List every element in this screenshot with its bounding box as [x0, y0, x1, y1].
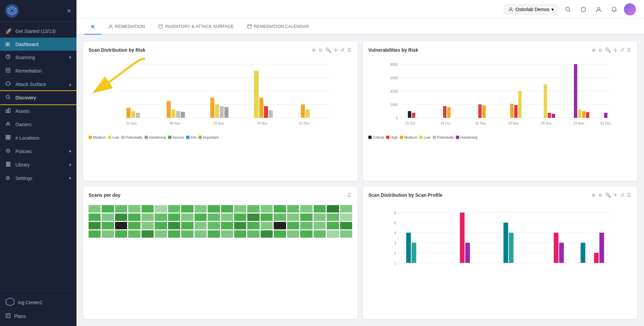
sidebar-item-policies[interactable]: Policies ▾ [0, 145, 76, 158]
zoom-in-icon-2[interactable]: ⊕ [591, 47, 596, 53]
bell-button[interactable] [608, 4, 620, 15]
heatmap-cell [340, 230, 352, 238]
sidebar-item-attack-surface[interactable]: Attack Surface ▴ [0, 78, 76, 91]
chart-scans-controls: ☰ [346, 192, 352, 198]
svg-rect-77 [478, 104, 482, 118]
policies-arrow-icon: ▾ [69, 149, 71, 154]
close-icon[interactable]: ✕ [67, 8, 71, 14]
svg-rect-109 [406, 233, 411, 263]
svg-rect-57 [306, 109, 310, 118]
zoom-in-icon-4[interactable]: ⊕ [591, 192, 596, 198]
heatmap-cell [340, 222, 352, 229]
svg-text:4000: 4000 [390, 90, 398, 93]
svg-rect-49 [215, 104, 219, 118]
svg-text:8000: 8000 [390, 63, 398, 66]
heatmap-cell [314, 205, 326, 213]
app-logo[interactable] [5, 4, 19, 17]
topbar-right: Ostorlab Demos ▾ [504, 3, 636, 15]
heatmap-cell [168, 222, 180, 229]
refresh-icon-2[interactable]: ↺ [620, 47, 625, 53]
svg-text:24 Nov: 24 Nov [257, 122, 268, 125]
sidebar-item-scanning[interactable]: Scanning ▾ [0, 51, 76, 64]
refresh-icon-4[interactable]: ↺ [620, 192, 625, 198]
tab-remediation[interactable]: REMEDIATION [102, 19, 152, 34]
heatmap-cell [89, 214, 101, 221]
svg-rect-110 [412, 243, 416, 263]
zoom-out-icon[interactable]: ⊖ [318, 47, 323, 53]
menu-icon-2[interactable]: ☰ [626, 47, 632, 53]
avatar[interactable] [624, 3, 636, 15]
sidebar-item-get-started[interactable]: 🚀 Get Started (13/13) [0, 25, 76, 38]
zoom-icon-2[interactable]: 🔍 [604, 47, 611, 53]
tab-inventory[interactable]: INVENTORY & ATTACK SURFACE [152, 19, 240, 34]
svg-rect-76 [447, 107, 450, 118]
heatmap-cell [155, 230, 167, 238]
main-content: Ostorlab Demos ▾ K REMEDIATION [76, 0, 644, 326]
heatmap-cell [247, 214, 259, 221]
chart-vuln-header: Vulnerabilities by Risk ⊕ ⊖ 🔍 ✛ ↺ ☰ [368, 47, 632, 53]
heatmap-cell [115, 230, 127, 238]
heatmap-cell [234, 222, 246, 229]
tab-calendar[interactable]: REMEDIATION CALENDAR [240, 19, 316, 34]
sidebar-item-discovery[interactable]: Discovery [0, 91, 76, 104]
zoom-out-icon-4[interactable]: ⊖ [598, 192, 603, 198]
refresh-icon[interactable]: ↺ [340, 47, 345, 53]
sidebar-item-remediation[interactable]: Remediation [0, 64, 76, 78]
svg-rect-89 [604, 113, 607, 118]
sidebar-item-assets[interactable]: Assets [0, 104, 76, 118]
tab-k[interactable]: K [85, 19, 102, 35]
menu-icon-4[interactable]: ☰ [626, 192, 632, 198]
svg-rect-15 [8, 138, 10, 139]
learning-center-icon [5, 297, 15, 308]
zoom-icon[interactable]: 🔍 [325, 47, 332, 53]
heatmap-cell [340, 214, 352, 221]
heatmap-cell [208, 230, 220, 238]
sidebar-item-plans[interactable]: Plans [5, 310, 71, 322]
sidebar-item-settings[interactable]: ⚙ Settings ▾ [0, 172, 76, 185]
legend-potentially: Potentially [121, 135, 143, 139]
heatmap-cell [247, 230, 259, 238]
svg-text:1: 1 [394, 262, 396, 265]
svg-marker-21 [6, 298, 14, 306]
tab-calendar-label: REMEDIATION CALENDAR [254, 24, 309, 29]
sidebar-item-library[interactable]: Library ▾ [0, 158, 76, 172]
chart-scan-profile-title: Scan Distribution by Scan Profile [368, 192, 442, 198]
svg-rect-32 [248, 25, 252, 28]
zoom-out-icon-2[interactable]: ⊖ [598, 47, 603, 53]
svg-rect-85 [574, 64, 577, 118]
zoom-icon-4[interactable]: 🔍 [604, 192, 611, 198]
sidebar-item-dashboard[interactable]: ⊞ Dashboard [0, 38, 76, 51]
svg-rect-19 [8, 162, 9, 166]
svg-rect-114 [509, 233, 514, 263]
move-icon[interactable]: ✛ [333, 47, 338, 53]
svg-rect-54 [264, 106, 268, 118]
svg-marker-1 [10, 8, 14, 13]
svg-rect-13 [8, 135, 10, 137]
search-button[interactable] [562, 4, 574, 15]
svg-rect-116 [559, 243, 564, 263]
sidebar-item-learning-center[interactable]: ing Center 2 [5, 294, 71, 310]
svg-line-8 [9, 98, 10, 99]
chart-vuln-title: Vulnerabilities by Risk [368, 47, 418, 53]
heatmap-cell [181, 222, 193, 229]
svg-rect-43 [136, 113, 140, 118]
heatmap-cell [142, 205, 154, 213]
heatmap-cell [221, 214, 233, 221]
menu-icon[interactable]: ☰ [346, 47, 352, 53]
org-selector[interactable]: Ostorlab Demos ▾ [504, 4, 558, 14]
learning-center-badge: 2 [40, 300, 43, 305]
sidebar-item-owners[interactable]: Owners [0, 118, 76, 131]
legend-hardening: Hardening [145, 135, 166, 139]
heatmap-cell [300, 205, 312, 213]
sidebar-item-locations[interactable]: # Locations [0, 131, 76, 145]
move-icon-2[interactable]: ✛ [613, 47, 618, 53]
shield-button[interactable] [578, 4, 589, 15]
org-icon [508, 7, 514, 12]
heatmap-cell [181, 214, 193, 221]
tab-inventory-icon [158, 24, 163, 29]
user-button[interactable] [593, 4, 604, 15]
menu-icon-3[interactable]: ☰ [346, 192, 352, 198]
zoom-in-icon[interactable]: ⊕ [311, 47, 317, 53]
move-icon-4[interactable]: ✛ [613, 192, 618, 198]
svg-rect-75 [443, 106, 446, 118]
